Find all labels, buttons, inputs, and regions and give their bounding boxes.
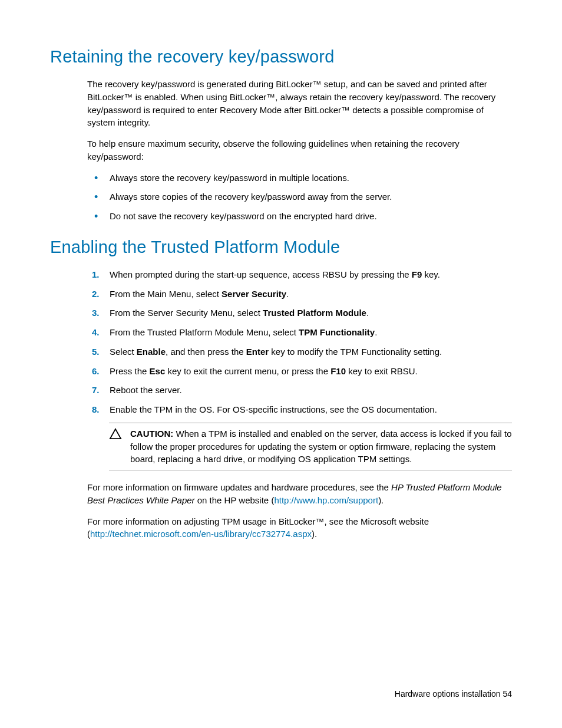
bullet-item: Always store the recovery key/password i… xyxy=(87,172,512,185)
microsoft-technet-link[interactable]: http://technet.microsoft.com/en-us/libra… xyxy=(90,529,312,539)
step-item: Enable the TPM in the OS. For OS-specifi… xyxy=(87,403,512,416)
paragraph: For more information on firmware updates… xyxy=(87,481,512,507)
bullet-item: Do not save the recovery key/password on… xyxy=(87,210,512,223)
step-item: From the Trusted Platform Module Menu, s… xyxy=(87,326,512,339)
bullet-list: Always store the recovery key/password i… xyxy=(87,172,512,223)
paragraph: To help ensure maximum security, observe… xyxy=(87,137,512,163)
step-item: From the Server Security Menu, select Tr… xyxy=(87,307,512,319)
paragraph: The recovery key/password is generated d… xyxy=(87,78,512,129)
caution-triangle-icon xyxy=(109,428,122,440)
page-footer: Hardware options installation 54 xyxy=(395,688,512,700)
step-item: When prompted during the start-up sequen… xyxy=(87,268,512,281)
step-item: Reboot the server. xyxy=(87,384,512,397)
section-heading-tpm: Enabling the Trusted Platform Module xyxy=(50,235,512,259)
step-item: Press the Esc key to exit the current me… xyxy=(87,365,512,378)
hp-support-link[interactable]: http://www.hp.com/support xyxy=(274,495,378,505)
caution-callout: CAUTION: When a TPM is installed and ena… xyxy=(109,423,512,470)
section-heading-recovery: Retaining the recovery key/password xyxy=(50,44,512,69)
bullet-item: Always store copies of the recovery key/… xyxy=(87,190,512,203)
step-item: Select Enable, and then press the Enter … xyxy=(87,345,512,358)
numbered-steps: When prompted during the start-up sequen… xyxy=(87,268,512,416)
step-item: From the Main Menu, select Server Securi… xyxy=(87,288,512,301)
paragraph: For more information on adjusting TPM us… xyxy=(87,515,512,541)
caution-text: CAUTION: When a TPM is installed and ena… xyxy=(130,427,512,466)
